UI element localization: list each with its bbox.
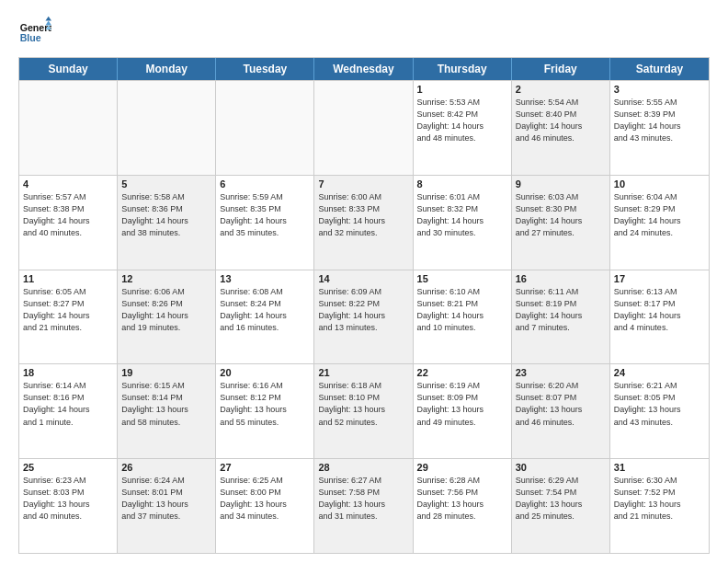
calendar-row-5: 25Sunrise: 6:23 AM Sunset: 8:03 PM Dayli…: [19, 458, 709, 553]
day-cell-4: 4Sunrise: 5:57 AM Sunset: 8:38 PM Daylig…: [19, 176, 118, 270]
day-cell-31: 31Sunrise: 6:30 AM Sunset: 7:52 PM Dayli…: [610, 459, 709, 553]
day-info: Sunrise: 6:16 AM Sunset: 8:12 PM Dayligh…: [220, 380, 310, 428]
day-cell-7: 7Sunrise: 6:00 AM Sunset: 8:33 PM Daylig…: [314, 176, 413, 270]
day-info: Sunrise: 6:03 AM Sunset: 8:30 PM Dayligh…: [516, 191, 606, 239]
day-number: 12: [121, 273, 211, 284]
day-info: Sunrise: 6:04 AM Sunset: 8:29 PM Dayligh…: [614, 191, 705, 239]
day-info: Sunrise: 6:13 AM Sunset: 8:17 PM Dayligh…: [614, 286, 705, 334]
day-cell-21: 21Sunrise: 6:18 AM Sunset: 8:10 PM Dayli…: [314, 364, 413, 458]
day-cell-22: 22Sunrise: 6:19 AM Sunset: 8:09 PM Dayli…: [414, 364, 512, 458]
day-number: 4: [23, 178, 113, 190]
day-cell-25: 25Sunrise: 6:23 AM Sunset: 8:03 PM Dayli…: [19, 459, 118, 553]
day-info: Sunrise: 6:15 AM Sunset: 8:14 PM Dayligh…: [121, 380, 211, 428]
day-number: 16: [516, 273, 606, 284]
day-cell-28: 28Sunrise: 6:27 AM Sunset: 7:58 PM Dayli…: [314, 459, 413, 553]
day-cell-29: 29Sunrise: 6:28 AM Sunset: 7:56 PM Dayli…: [414, 459, 512, 553]
day-info: Sunrise: 6:00 AM Sunset: 8:33 PM Dayligh…: [318, 191, 408, 239]
day-info: Sunrise: 6:25 AM Sunset: 8:00 PM Dayligh…: [220, 475, 310, 523]
day-info: Sunrise: 5:55 AM Sunset: 8:39 PM Dayligh…: [614, 97, 705, 144]
day-cell-27: 27Sunrise: 6:25 AM Sunset: 8:00 PM Dayli…: [216, 459, 314, 553]
calendar-row-1: 1Sunrise: 5:53 AM Sunset: 8:42 PM Daylig…: [19, 80, 709, 175]
day-cell-15: 15Sunrise: 6:10 AM Sunset: 8:21 PM Dayli…: [414, 270, 512, 364]
weekday-header-friday: Friday: [512, 58, 610, 80]
day-info: Sunrise: 6:14 AM Sunset: 8:16 PM Dayligh…: [23, 380, 113, 428]
day-number: 27: [220, 462, 310, 473]
day-info: Sunrise: 6:09 AM Sunset: 8:22 PM Dayligh…: [318, 286, 408, 334]
day-info: Sunrise: 6:19 AM Sunset: 8:09 PM Dayligh…: [417, 380, 507, 428]
weekday-header-wednesday: Wednesday: [314, 58, 413, 80]
day-number: 24: [614, 367, 705, 378]
day-number: 11: [23, 273, 113, 284]
day-cell-20: 20Sunrise: 6:16 AM Sunset: 8:12 PM Dayli…: [216, 364, 314, 458]
calendar-header: SundayMondayTuesdayWednesdayThursdayFrid…: [19, 58, 709, 80]
day-info: Sunrise: 6:01 AM Sunset: 8:32 PM Dayligh…: [417, 191, 507, 239]
day-cell-9: 9Sunrise: 6:03 AM Sunset: 8:30 PM Daylig…: [512, 176, 610, 270]
day-cell-16: 16Sunrise: 6:11 AM Sunset: 8:19 PM Dayli…: [512, 270, 610, 364]
page-header: General Blue: [18, 15, 710, 48]
day-cell-26: 26Sunrise: 6:24 AM Sunset: 8:01 PM Dayli…: [118, 459, 216, 553]
day-info: Sunrise: 6:21 AM Sunset: 8:05 PM Dayligh…: [614, 380, 705, 428]
day-number: 14: [318, 273, 408, 284]
day-info: Sunrise: 6:24 AM Sunset: 8:01 PM Dayligh…: [121, 475, 211, 523]
day-number: 23: [516, 367, 606, 378]
day-number: 10: [614, 178, 705, 190]
day-cell-6: 6Sunrise: 5:59 AM Sunset: 8:35 PM Daylig…: [216, 176, 314, 270]
calendar-body: 1Sunrise: 5:53 AM Sunset: 8:42 PM Daylig…: [19, 80, 709, 553]
day-number: 19: [121, 367, 211, 378]
day-info: Sunrise: 5:59 AM Sunset: 8:35 PM Dayligh…: [220, 191, 310, 239]
day-info: Sunrise: 6:08 AM Sunset: 8:24 PM Dayligh…: [220, 286, 310, 334]
day-number: 29: [417, 462, 507, 473]
logo: General Blue: [18, 15, 51, 48]
day-number: 21: [318, 367, 408, 378]
day-number: 20: [220, 367, 310, 378]
empty-cell: [216, 81, 314, 175]
day-number: 18: [23, 367, 113, 378]
weekday-header-sunday: Sunday: [19, 58, 118, 80]
day-cell-2: 2Sunrise: 5:54 AM Sunset: 8:40 PM Daylig…: [512, 81, 610, 175]
weekday-header-saturday: Saturday: [610, 58, 709, 80]
day-cell-8: 8Sunrise: 6:01 AM Sunset: 8:32 PM Daylig…: [414, 176, 512, 270]
day-cell-30: 30Sunrise: 6:29 AM Sunset: 7:54 PM Dayli…: [512, 459, 610, 553]
day-number: 17: [614, 273, 705, 284]
day-info: Sunrise: 5:54 AM Sunset: 8:40 PM Dayligh…: [516, 97, 606, 144]
day-info: Sunrise: 6:18 AM Sunset: 8:10 PM Dayligh…: [318, 380, 408, 428]
day-info: Sunrise: 6:20 AM Sunset: 8:07 PM Dayligh…: [516, 380, 606, 428]
calendar-row-4: 18Sunrise: 6:14 AM Sunset: 8:16 PM Dayli…: [19, 363, 709, 458]
day-cell-10: 10Sunrise: 6:04 AM Sunset: 8:29 PM Dayli…: [610, 176, 709, 270]
day-number: 9: [516, 178, 606, 190]
svg-marker-2: [45, 17, 51, 21]
day-number: 22: [417, 367, 507, 378]
day-number: 7: [318, 178, 408, 190]
day-info: Sunrise: 5:57 AM Sunset: 8:38 PM Dayligh…: [23, 191, 113, 239]
empty-cell: [118, 81, 216, 175]
empty-cell: [19, 81, 118, 175]
day-cell-23: 23Sunrise: 6:20 AM Sunset: 8:07 PM Dayli…: [512, 364, 610, 458]
day-number: 6: [220, 178, 310, 190]
day-cell-14: 14Sunrise: 6:09 AM Sunset: 8:22 PM Dayli…: [314, 270, 413, 364]
day-info: Sunrise: 6:29 AM Sunset: 7:54 PM Dayligh…: [516, 475, 606, 523]
day-cell-1: 1Sunrise: 5:53 AM Sunset: 8:42 PM Daylig…: [414, 81, 512, 175]
day-cell-24: 24Sunrise: 6:21 AM Sunset: 8:05 PM Dayli…: [610, 364, 709, 458]
svg-text:Blue: Blue: [20, 32, 41, 43]
weekday-header-tuesday: Tuesday: [216, 58, 314, 80]
day-number: 25: [23, 462, 113, 473]
day-cell-18: 18Sunrise: 6:14 AM Sunset: 8:16 PM Dayli…: [19, 364, 118, 458]
empty-cell: [314, 81, 413, 175]
day-cell-5: 5Sunrise: 5:58 AM Sunset: 8:36 PM Daylig…: [118, 176, 216, 270]
day-number: 13: [220, 273, 310, 284]
day-number: 30: [516, 462, 606, 473]
day-number: 8: [417, 178, 507, 190]
day-number: 5: [121, 178, 211, 190]
calendar-row-3: 11Sunrise: 6:05 AM Sunset: 8:27 PM Dayli…: [19, 270, 709, 364]
calendar: SundayMondayTuesdayWednesdayThursdayFrid…: [18, 57, 710, 554]
day-cell-12: 12Sunrise: 6:06 AM Sunset: 8:26 PM Dayli…: [118, 270, 216, 364]
calendar-row-2: 4Sunrise: 5:57 AM Sunset: 8:38 PM Daylig…: [19, 175, 709, 270]
day-number: 28: [318, 462, 408, 473]
day-cell-19: 19Sunrise: 6:15 AM Sunset: 8:14 PM Dayli…: [118, 364, 216, 458]
weekday-header-monday: Monday: [118, 58, 216, 80]
day-number: 31: [614, 462, 705, 473]
weekday-header-thursday: Thursday: [414, 58, 512, 80]
day-number: 1: [417, 84, 507, 95]
day-info: Sunrise: 5:53 AM Sunset: 8:42 PM Dayligh…: [417, 97, 507, 144]
day-number: 26: [121, 462, 211, 473]
